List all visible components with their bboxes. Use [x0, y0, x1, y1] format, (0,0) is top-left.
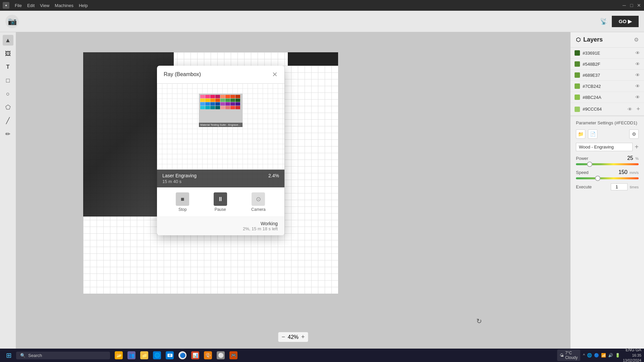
param-gear-icon[interactable]: ⚙: [629, 129, 639, 139]
menu-edit[interactable]: Edit: [27, 3, 35, 8]
layer-name-2: #548B2F: [583, 62, 633, 67]
layer-item-3[interactable]: #689E37 👁: [571, 70, 644, 81]
menu-machines[interactable]: Machines: [55, 3, 73, 8]
go-button[interactable]: GO ▶: [612, 16, 639, 27]
pen-tool[interactable]: ✏: [3, 129, 13, 139]
polygon-tool[interactable]: ⬠: [3, 102, 13, 113]
stop-icon: ■: [176, 192, 189, 206]
tray-expand-icon[interactable]: ^: [583, 353, 585, 358]
refresh-button[interactable]: ↻: [472, 314, 486, 328]
taskbar-outlook[interactable]: 📧: [164, 349, 176, 361]
maximize-button[interactable]: □: [629, 3, 634, 8]
layer-color-6: [575, 107, 580, 112]
execute-value-group: times: [611, 183, 639, 190]
pause-button[interactable]: ⏸ Pause: [214, 192, 227, 212]
taskbar-app10[interactable]: 🎮: [227, 349, 239, 361]
main-layout: ▲ 🖼 T □ ○ ⬠ ╱ ✏ Material Testing: [0, 32, 644, 349]
menu-view[interactable]: View: [40, 3, 49, 8]
minimize-button[interactable]: ─: [622, 3, 627, 8]
taskbar-apps: 📂 👥 📁 🌐 📧 🔵 📊 🎨 ⚪ 🎮: [113, 349, 239, 361]
dialog-status: Working 2%, 15 m 18 s left: [157, 217, 284, 235]
preset-row: Wood - Engraving +: [576, 143, 639, 151]
preview-thumbnail: Material Testing Suite - Engrave...: [199, 94, 243, 127]
layer-eye-6[interactable]: 👁: [628, 107, 632, 112]
blender-icon: 🎨: [204, 351, 212, 359]
progress-line: Laser Engraving 2.4%: [162, 173, 279, 178]
dialog-close-button[interactable]: ✕: [272, 70, 278, 78]
toolbar-right: 📡 GO ▶: [598, 16, 639, 27]
edge-tray-icon: 🔵: [594, 353, 599, 358]
layer-eye-4[interactable]: 👁: [635, 83, 640, 89]
progress-pct: 2.4%: [268, 173, 279, 178]
layer-eye-5[interactable]: 👁: [635, 95, 640, 100]
execute-row: Execute times: [576, 183, 639, 190]
layer-item-1[interactable]: #33691E 👁: [571, 48, 644, 59]
speed-slider[interactable]: [576, 177, 639, 179]
stop-button[interactable]: ■ Stop: [176, 192, 189, 212]
image-tool[interactable]: 🖼: [3, 48, 13, 59]
text-tool[interactable]: T: [3, 62, 13, 72]
taskbar-edge[interactable]: 🌐: [151, 349, 163, 361]
menu-help[interactable]: Help: [79, 3, 88, 8]
select-tool[interactable]: ▲: [3, 35, 13, 46]
power-slider-thumb[interactable]: [587, 162, 592, 167]
files-icon: 📁: [140, 351, 148, 359]
rect-tool[interactable]: □: [3, 75, 13, 86]
layers-settings-icon[interactable]: ⚙: [634, 37, 639, 43]
taskbar-powerpoint[interactable]: 📊: [189, 349, 201, 361]
speed-value: 150 mm/s: [619, 169, 639, 175]
camera-icon: 📷: [8, 17, 17, 26]
speed-row: Speed 150 mm/s: [576, 169, 639, 175]
menu-file[interactable]: File: [15, 3, 22, 8]
taskbar-search[interactable]: 🔍 Search: [16, 352, 110, 359]
preset-select[interactable]: Wood - Engraving: [576, 143, 633, 151]
layer-name-1: #33691E: [583, 51, 633, 56]
weather-icon: 🌤: [560, 353, 564, 358]
layer-name-3: #689E37: [583, 73, 633, 78]
zoom-in-button[interactable]: +: [301, 334, 305, 341]
layer-item-2[interactable]: #548B2F 👁: [571, 59, 644, 70]
camera-button[interactable]: 📷: [5, 15, 19, 28]
execute-label: Execute: [576, 184, 592, 189]
taskbar-blender[interactable]: 🎨: [202, 349, 214, 361]
param-folder-icon[interactable]: 📁: [576, 129, 585, 139]
layer-color-2: [575, 61, 580, 67]
battery-icon: 🔋: [615, 353, 620, 358]
layer-add-button[interactable]: +: [636, 106, 640, 113]
layer-eye-1[interactable]: 👁: [635, 50, 640, 56]
taskbar-chrome[interactable]: 🔵: [176, 349, 189, 361]
param-file-icon[interactable]: 📄: [588, 129, 597, 139]
zoom-out-button[interactable]: −: [281, 334, 285, 341]
layer-eye-3[interactable]: 👁: [635, 72, 640, 78]
layer-eye-2[interactable]: 👁: [635, 61, 640, 67]
stop-label: Stop: [178, 207, 187, 212]
preset-add-button[interactable]: +: [635, 143, 639, 151]
layer-item-5[interactable]: #8BC24A 👁: [571, 92, 644, 103]
taskbar-explorer[interactable]: 📂: [113, 349, 125, 361]
layers-icon: ⬡: [576, 37, 581, 43]
lang-indicator: ENG GA: [623, 347, 641, 353]
titlebar: ✦ File Edit View Machines Help ─ □ ✕: [0, 0, 644, 11]
menu-bar: File Edit View Machines Help: [15, 3, 88, 8]
power-slider[interactable]: [576, 163, 639, 165]
execute-input[interactable]: [611, 183, 628, 190]
canvas-top-right-box: [288, 52, 338, 66]
taskbar-app9[interactable]: ⚪: [215, 349, 227, 361]
progress-label: Laser Engraving: [162, 173, 197, 178]
network-icon: 🌐: [587, 353, 592, 358]
camera-ctrl-button[interactable]: ⊙ Camera: [251, 192, 266, 212]
layer-item-4[interactable]: #7CB242 👁: [571, 81, 644, 92]
param-settings: Parameter Settings (#FECDD1) 📁 📄 ⚙ Wood …: [571, 116, 644, 194]
start-button[interactable]: ⊞: [3, 349, 15, 361]
taskbar-files[interactable]: 📁: [138, 349, 150, 361]
line-tool[interactable]: ╱: [3, 115, 13, 126]
layer-item-6[interactable]: #9CCC64 👁 +: [571, 103, 644, 116]
speed-slider-thumb[interactable]: [595, 176, 600, 181]
close-button[interactable]: ✕: [637, 3, 641, 8]
ellipse-tool[interactable]: ○: [3, 88, 13, 99]
camera-ctrl-icon: ⊙: [252, 192, 265, 206]
weather-desc: Cloudy: [565, 355, 578, 360]
taskbar-teams[interactable]: 👥: [125, 349, 138, 361]
taskbar: ⊞ 🔍 Search 📂 👥 📁 🌐 📧 🔵 📊 🎨 ⚪: [0, 349, 644, 362]
layer-color-5: [575, 95, 580, 100]
